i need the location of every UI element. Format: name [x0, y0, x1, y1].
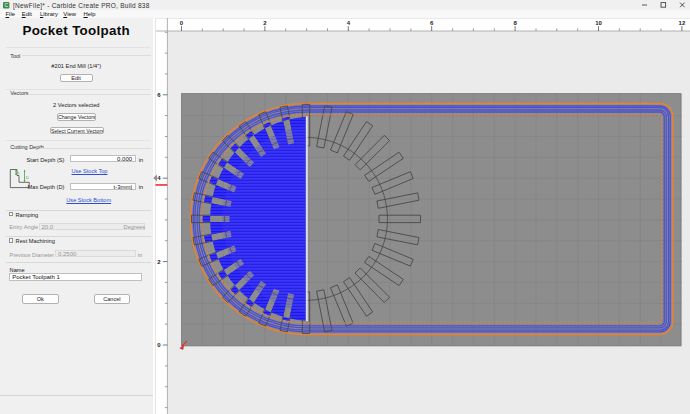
svg-text:s: s	[18, 170, 20, 175]
svg-text:D: D	[26, 175, 29, 180]
svg-text:10: 10	[595, 20, 602, 26]
svg-text:C: C	[4, 2, 8, 8]
svg-text:12: 12	[678, 20, 685, 26]
